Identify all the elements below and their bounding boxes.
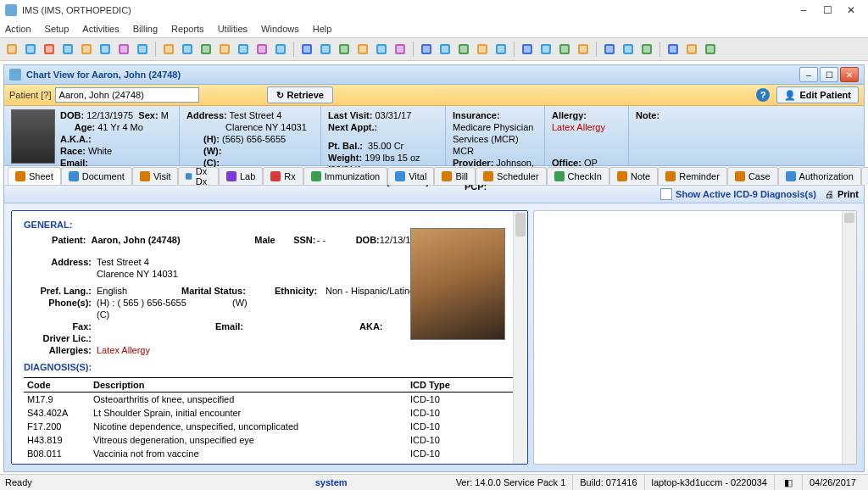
svg-rect-45 <box>442 46 448 53</box>
toolbar-button-4[interactable] <box>78 41 95 58</box>
menu-windows[interactable]: Windows <box>261 24 299 34</box>
scroll-thumb[interactable] <box>515 213 526 237</box>
toolbar-button-1[interactable] <box>22 41 39 58</box>
toolbar-button-33[interactable] <box>575 41 592 58</box>
maximize-button[interactable]: ☐ <box>815 2 839 19</box>
insurance-label: Insurance: <box>453 110 500 120</box>
toolbar-button-0[interactable] <box>3 41 20 58</box>
table-row[interactable]: F17.200Nicotine dependence, unspecified,… <box>24 420 515 433</box>
tab-lab[interactable]: Lab <box>219 167 263 185</box>
toolbar-button-28[interactable] <box>492 41 509 58</box>
toolbar-button-31[interactable] <box>537 41 554 58</box>
tab-checkin[interactable]: CheckIn <box>547 167 609 185</box>
sheet-addr-label: Address: <box>24 257 92 267</box>
table-row[interactable]: S43.402ALt Shoulder Sprain, initial enco… <box>24 406 515 420</box>
svg-rect-76 <box>186 173 192 179</box>
tab-immunization[interactable]: Immunization <box>303 167 387 185</box>
tab-note[interactable]: Note <box>609 167 658 185</box>
tab-label: Sheet <box>29 171 53 181</box>
toolbar-button-15[interactable] <box>272 41 289 58</box>
print-button[interactable]: 🖨 Print <box>825 189 859 199</box>
toolbar-button-39[interactable] <box>665 41 682 58</box>
patient-input[interactable]: Aaron, John (24748) <box>55 87 199 103</box>
status-ready: Ready <box>5 477 32 487</box>
toolbar-button-5[interactable] <box>97 41 114 58</box>
toolbar-button-41[interactable] <box>702 41 719 58</box>
toolbar-button-2[interactable] <box>41 41 58 58</box>
menu-action[interactable]: Action <box>5 24 31 34</box>
toolbar-button-36[interactable] <box>620 41 637 58</box>
tab-icon <box>270 171 281 181</box>
tab-icon <box>617 171 627 181</box>
edit-patient-button[interactable]: 👤 Edit Patient <box>776 86 859 103</box>
phone-c: (C) <box>97 309 109 320</box>
toolbar-button-13[interactable] <box>235 41 252 58</box>
toolbar-button-7[interactable] <box>134 41 151 58</box>
tab-bill[interactable]: Bill <box>434 167 476 185</box>
tab-referral[interactable]: Referral <box>861 167 868 185</box>
toolbar-button-20[interactable] <box>354 41 371 58</box>
tab-sheet[interactable]: Sheet <box>8 167 61 185</box>
menu-reports[interactable]: Reports <box>171 24 204 34</box>
toolbar-button-30[interactable] <box>519 41 536 58</box>
toolbar-button-24[interactable] <box>418 41 435 58</box>
toolbar-button-26[interactable] <box>455 41 472 58</box>
table-row[interactable]: H43.819Vitreous degeneration, unspecifie… <box>24 433 515 447</box>
toolbar-button-6[interactable] <box>115 41 132 58</box>
toolbar-button-35[interactable] <box>601 41 618 58</box>
svg-rect-86 <box>735 171 745 181</box>
mdi-close-button[interactable]: ✕ <box>840 67 859 82</box>
mdi-maximize-button[interactable]: ☐ <box>820 67 838 82</box>
tab-dx-dx[interactable]: Dx Dx <box>178 167 218 185</box>
tab-authorization[interactable]: Authorization <box>778 167 861 185</box>
tab-vital[interactable]: Vital <box>387 167 434 185</box>
retrieve-button[interactable]: ↻ Retrieve <box>267 86 333 103</box>
toolbar-button-21[interactable] <box>373 41 390 58</box>
toolbar-button-37[interactable] <box>638 41 655 58</box>
toolbar-button-9[interactable] <box>160 41 177 58</box>
help-icon[interactable]: ? <box>756 88 770 102</box>
tab-case[interactable]: Case <box>727 167 778 185</box>
toolbar-button-22[interactable] <box>392 41 409 58</box>
sheet-scrollbar[interactable] <box>513 211 527 464</box>
toolbar-button-12[interactable] <box>216 41 233 58</box>
minimize-button[interactable]: – <box>792 2 815 19</box>
toolbar-button-11[interactable] <box>198 41 214 58</box>
toolbar-button-17[interactable] <box>298 41 315 58</box>
edit-patient-label: Edit Patient <box>799 90 851 100</box>
toolbar-button-18[interactable] <box>317 41 334 58</box>
show-active-icd9-checkbox[interactable]: Show Active ICD-9 Diagnosis(s) <box>660 188 816 200</box>
tab-scheduler[interactable]: Scheduler <box>476 167 547 185</box>
race-label: Race: <box>60 146 86 156</box>
close-button[interactable]: ✕ <box>839 2 863 19</box>
svg-rect-81 <box>442 171 452 181</box>
toolbar-button-32[interactable] <box>556 41 573 58</box>
toolbar-button-25[interactable] <box>437 41 453 58</box>
toolbar-button-10[interactable] <box>179 41 196 58</box>
toolbar-button-14[interactable] <box>253 41 270 58</box>
table-row[interactable]: B08.011Vaccinia not from vaccineICD-10 <box>24 447 515 460</box>
scroll-down-icon[interactable] <box>844 213 854 223</box>
table-row[interactable]: M17.9Osteoarthritis of knee, unspecified… <box>24 393 515 407</box>
fax-label: Fax: <box>24 321 92 331</box>
menu-help[interactable]: Help <box>313 24 332 34</box>
tab-rx[interactable]: Rx <box>263 167 303 185</box>
toolbar-button-40[interactable] <box>683 41 700 58</box>
tab-reminder[interactable]: Reminder <box>658 167 727 185</box>
sidepanel-scrollbar[interactable] <box>842 211 856 464</box>
sheet-content-area: GENERAL: Patient: Aaron, John (24748) Ma… <box>4 203 864 471</box>
status-system[interactable]: system <box>315 477 348 487</box>
menu-utilities[interactable]: Utilities <box>218 24 248 34</box>
menu-billing[interactable]: Billing <box>133 24 158 34</box>
tab-document[interactable]: Document <box>61 167 132 185</box>
toolbar-button-19[interactable] <box>336 41 353 58</box>
marital-label: Marital Status: <box>181 286 275 296</box>
menu-setup[interactable]: Setup <box>45 24 70 34</box>
toolbar-button-27[interactable] <box>474 41 491 58</box>
tab-visit[interactable]: Visit <box>132 167 179 185</box>
svg-rect-85 <box>665 171 676 181</box>
menu-activities[interactable]: Activities <box>82 24 119 34</box>
toolbar-button-3[interactable] <box>59 41 76 58</box>
sheet-addr1: Test Street 4 <box>97 257 149 267</box>
mdi-minimize-button[interactable]: – <box>799 67 818 82</box>
